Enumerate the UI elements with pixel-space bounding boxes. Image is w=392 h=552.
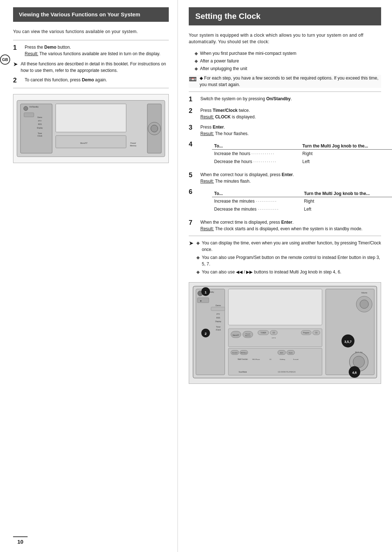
step-4-col1-header: To... [212, 143, 300, 150]
arrow-icon-right: ➤ [189, 239, 193, 248]
diamond-icon-2: ◆ [195, 58, 198, 64]
svg-text:CD-R/RW PLAYBACK: CD-R/RW PLAYBACK [278, 371, 296, 373]
step-2-content: To cancel this function, press Demo agai… [25, 77, 107, 83]
right-section-header: Setting the Clock [189, 7, 381, 25]
right-step-5-number: 5 [189, 171, 197, 179]
svg-rect-12 [56, 136, 126, 148]
svg-text:CD: CD [273, 332, 275, 334]
diamond-icon-note-1: ◆ [196, 240, 200, 246]
right-step-1: 1 Switch the system on by pressing On/St… [189, 96, 381, 104]
svg-text:PTY: PTY [38, 120, 42, 122]
svg-text:Mono/ST: Mono/ST [80, 142, 87, 144]
right-note-2: ◆ You can also use Program/Set button on… [196, 254, 381, 267]
svg-text:RDS: RDS [216, 317, 220, 319]
svg-rect-4 [24, 113, 34, 117]
diamond-icon-note-3: ◆ [196, 269, 200, 275]
gb-badge: GB [0, 54, 10, 65]
svg-text:TUNER: TUNER [261, 332, 266, 334]
svg-point-2 [24, 106, 28, 111]
svg-text:2: 2 [205, 332, 207, 336]
svg-text:/Clock: /Clock [216, 329, 221, 331]
right-step-6-number: 6 [189, 188, 197, 196]
table-row: Increase the hours ············ Right [212, 149, 392, 158]
note-arrow-right-1: ➤ ◆ You can display the time, even when … [189, 240, 381, 276]
svg-text:Studio: Studio [289, 352, 293, 353]
right-step-7-number: 7 [189, 219, 197, 227]
left-section-header: Viewing the Various Functions on Your Sy… [13, 7, 169, 22]
svg-text:3,5,7: 3,5,7 [344, 340, 352, 343]
svg-point-70 [353, 356, 365, 368]
svg-text:Memory: Memory [245, 335, 250, 337]
svg-text:Timer: Timer [38, 133, 42, 134]
page-number: 10 [13, 536, 28, 545]
right-step-1-content: Switch the system on by pressing On/Stan… [200, 96, 292, 102]
right-note-1: ◆ You can display the time, even when yo… [196, 240, 381, 253]
svg-text:On/Standby: On/Standby [29, 106, 39, 108]
divider [13, 40, 169, 40]
svg-text:Display: Display [37, 127, 43, 129]
device-image-left: On/Standby Demo PTY RDS Display Timer /C… [13, 94, 169, 163]
step-1-content: Press the Demo button. Result: The vario… [25, 44, 160, 57]
svg-text:Scan/Mode: Scan/Mode [239, 371, 247, 373]
svg-rect-32 [228, 289, 322, 325]
bullet-item-3: ◆ After unplugging the unit [195, 65, 381, 72]
svg-text:Mono/ST: Mono/ST [233, 334, 239, 336]
step-6-col1-header: To... [212, 190, 302, 197]
svg-text:4,6: 4,6 [352, 371, 356, 374]
diamond-icon-1: ◆ [195, 50, 198, 57]
table-row: Increase the minutes ··········· Right [212, 197, 392, 205]
svg-text:CC: CC [269, 358, 271, 360]
tape-note: 📼 ◆ For each step, you have a few second… [189, 75, 381, 88]
svg-text:Dubbing: Dubbing [280, 358, 285, 360]
note-arrow-left: ➤ All these functions are described in d… [13, 61, 169, 74]
device-image-right: On/Standby ▶ Demo PTY RDS Display Timer … [189, 282, 381, 384]
svg-text:D·P·S: D·P·S [272, 337, 276, 338]
step-1-number: 1 [13, 44, 22, 52]
right-step-6: 6 To... Turn the Multi Jog knob to the..… [189, 188, 381, 215]
divider-2 [13, 88, 169, 88]
table-row: Decrease the hours ············ Left [212, 158, 392, 166]
svg-point-18 [151, 125, 158, 132]
svg-text:Display: Display [215, 321, 221, 322]
right-intro-text: Your system is equipped with a clock whi… [189, 32, 381, 45]
svg-text:AUX: AUX [280, 352, 283, 353]
right-step-5: 5 When the correct hour is displayed, pr… [189, 171, 381, 184]
arrow-icon: ➤ [13, 60, 18, 69]
right-step-1-number: 1 [189, 96, 197, 104]
right-divider-1 [189, 92, 381, 92]
table-row: Decrease the minutes ··········· Left [212, 205, 392, 213]
right-step-4-number: 4 [189, 141, 197, 149]
svg-text:/Clock: /Clock [37, 135, 42, 137]
step-6-table: To... Turn the Multi Jog knob to the... … [212, 190, 392, 213]
step-4-table: To... Turn the Multi Jog knob to the... … [212, 143, 392, 166]
diamond-icon-note-2: ◆ [196, 254, 200, 261]
step-1: 1 Press the Demo button. Result: The var… [13, 44, 169, 57]
left-intro-text: You can view the various functions avail… [13, 28, 169, 35]
svg-text:MD/Slave: MD/Slave [241, 352, 247, 353]
svg-text:Memory: Memory [130, 145, 136, 147]
right-bullet-list: ◆ When you first purchase the mini-compa… [195, 50, 381, 72]
bullet-item-1: ◆ When you first purchase the mini-compa… [195, 50, 381, 57]
svg-text:Program: Program [303, 332, 309, 334]
svg-text:Volume: Volume [361, 292, 367, 293]
step-2: 2 To cancel this function, press Demo ag… [13, 77, 169, 85]
step-1-result: Result: The various functions available … [25, 51, 160, 56]
right-step-3-content: Press Enter. Result: The hour flashes. [200, 124, 249, 137]
svg-text:Deck1/2: Deck1/2 [232, 352, 238, 353]
svg-text:REC/Pause: REC/Pause [252, 358, 260, 360]
tape-icon: 📼 [189, 74, 197, 84]
svg-text:Preset/: Preset/ [130, 142, 136, 144]
right-note-3: ◆ You can also use ◀◀ / ▶▶ buttons to in… [196, 269, 381, 275]
svg-text:Demo: Demo [216, 304, 221, 306]
right-step-5-content: When the correct hour is displayed, pres… [200, 171, 294, 184]
svg-text:Multi Function: Multi Function [238, 358, 248, 360]
bullet-item-2: ◆ After a power failure [195, 58, 381, 64]
right-step-3-number: 3 [189, 124, 197, 132]
right-step-4: 4 To... Turn the Multi Jog knob to the..… [189, 141, 381, 168]
right-step-2: 2 Press Timer/Clock twice. Result: CLOCK… [189, 107, 381, 120]
svg-text:1: 1 [205, 290, 207, 294]
right-step-2-content: Press Timer/Clock twice. Result: CLOCK i… [200, 107, 256, 120]
right-divider-2 [189, 236, 381, 236]
right-step-2-number: 2 [189, 107, 197, 115]
right-step-7-content: When the correct time is displayed, pres… [200, 219, 363, 232]
